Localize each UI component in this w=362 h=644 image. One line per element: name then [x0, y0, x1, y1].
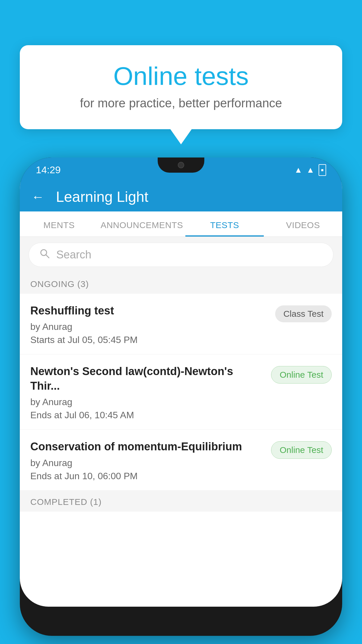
search-icon [39, 248, 50, 261]
test-badge-2: Online Test [271, 366, 332, 384]
test-info-2: Newton's Second law(contd)-Newton's Thir… [30, 364, 271, 421]
speech-bubble: Online tests for more practice, better p… [20, 45, 342, 129]
tab-videos[interactable]: VIDEOS [264, 211, 342, 237]
tab-announcements[interactable]: ANNOUNCEMENTS [98, 211, 185, 237]
test-author-1: by Anurag [30, 321, 268, 332]
screen-content: Search ONGOING (3) Reshuffling test by A… [20, 237, 342, 607]
notch [158, 158, 204, 173]
status-bar: 14:29 ▲ ▲ ▪ [20, 158, 342, 182]
camera-dot [178, 162, 184, 168]
app-header: ← Learning Light [20, 182, 342, 211]
tab-tests[interactable]: TESTS [185, 211, 264, 237]
battery-icon: ▪ [319, 164, 326, 176]
test-date-1: Starts at Jul 05, 05:45 PM [30, 335, 268, 345]
test-badge-1: Class Test [275, 305, 332, 322]
back-button[interactable]: ← [31, 190, 44, 204]
test-author-2: by Anurag [30, 397, 264, 407]
test-date-2: Ends at Jul 06, 10:45 AM [30, 410, 264, 421]
tab-ments[interactable]: MENTS [20, 211, 98, 237]
search-placeholder: Search [56, 249, 91, 261]
tabs-bar: MENTS ANNOUNCEMENTS TESTS VIDEOS [20, 211, 342, 237]
test-name-3: Conservation of momentum-Equilibrium [30, 440, 264, 454]
bubble-title: Online tests [37, 61, 325, 91]
status-icons: ▲ ▲ ▪ [294, 164, 326, 176]
search-container: Search [20, 237, 342, 273]
phone-frame: 14:29 ▲ ▲ ▪ ← Learning Light MENTS ANNOU… [20, 158, 342, 636]
test-badge-3: Online Test [271, 441, 332, 459]
test-author-3: by Anurag [30, 458, 264, 468]
test-name-1: Reshuffling test [30, 304, 268, 318]
phone-screen: ← Learning Light MENTS ANNOUNCEMENTS TES… [20, 182, 342, 607]
test-date-3: Ends at Jun 10, 06:00 PM [30, 471, 264, 482]
search-bar[interactable]: Search [29, 243, 333, 267]
signal-icon: ▲ [306, 165, 314, 175]
status-time: 14:29 [36, 164, 61, 176]
test-name-2: Newton's Second law(contd)-Newton's Thir… [30, 364, 264, 393]
wifi-icon: ▲ [294, 165, 303, 175]
test-info-1: Reshuffling test by Anurag Starts at Jul… [30, 304, 275, 345]
svg-line-1 [46, 255, 49, 258]
app-header-title: Learning Light [56, 188, 148, 205]
bubble-subtitle: for more practice, better performance [37, 96, 325, 110]
test-item[interactable]: Conservation of momentum-Equilibrium by … [20, 430, 342, 490]
ongoing-section-label: ONGOING (3) [20, 273, 342, 294]
test-info-3: Conservation of momentum-Equilibrium by … [30, 440, 271, 481]
test-list: Reshuffling test by Anurag Starts at Jul… [20, 294, 342, 491]
test-item[interactable]: Reshuffling test by Anurag Starts at Jul… [20, 294, 342, 354]
test-item[interactable]: Newton's Second law(contd)-Newton's Thir… [20, 354, 342, 430]
completed-section-label: COMPLETED (1) [20, 491, 342, 512]
